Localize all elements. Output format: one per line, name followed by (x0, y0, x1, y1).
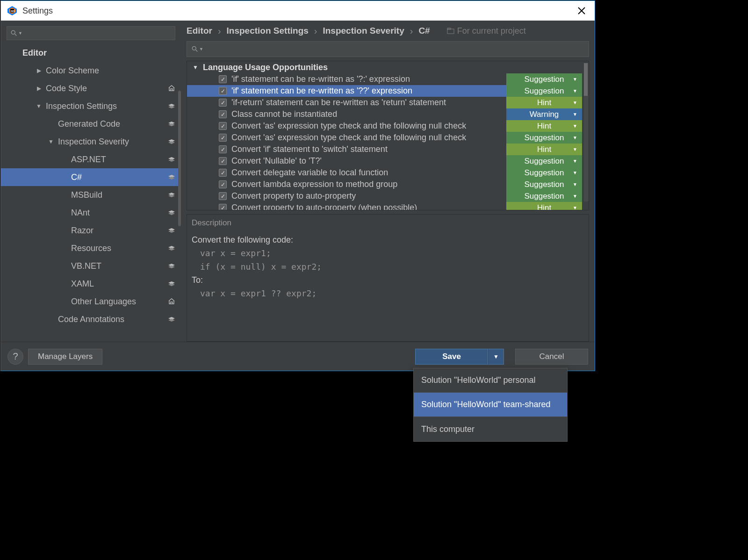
chevron-right-icon: › (312, 26, 319, 36)
tree-item-label: Generated Code (58, 119, 168, 129)
breadcrumb-seg[interactable]: Editor (187, 26, 212, 36)
tree-item-inspection-severity[interactable]: ▼Inspection Severity (1, 133, 181, 151)
svg-marker-9 (168, 106, 175, 108)
inspection-row[interactable]: ✓'if' statement can be re-written as '??… (187, 85, 589, 97)
severity-dropdown[interactable]: Suggestion▼ (506, 179, 582, 190)
tree-item-label: Code Style (46, 84, 168, 93)
inspection-checkbox[interactable]: ✓ (219, 75, 227, 83)
description-heading: Description (187, 215, 589, 230)
tree-item-asp-net[interactable]: ASP.NET (1, 151, 181, 168)
svg-marker-31 (168, 319, 175, 322)
severity-dropdown[interactable]: Suggestion▼ (506, 167, 582, 179)
inspection-row[interactable]: ✓Convert property to auto-propertySugges… (187, 190, 589, 202)
inspection-checkbox[interactable]: ✓ (219, 204, 227, 210)
search-icon (192, 46, 198, 52)
tree-item-code-annotations[interactable]: Code Annotations (1, 310, 181, 328)
cancel-button[interactable]: Cancel (515, 349, 588, 365)
breadcrumb-seg[interactable]: Inspection Settings (227, 26, 309, 36)
inspection-checkbox[interactable]: ✓ (219, 87, 227, 95)
tree-item-msbuild[interactable]: MSBuild (1, 186, 181, 204)
inspection-checkbox[interactable]: ✓ (219, 192, 227, 200)
inspection-row[interactable]: ✓Class cannot be instantiatedWarning▼ (187, 108, 589, 120)
inspection-row[interactable]: ✓Convert 'as' expression type check and … (187, 132, 589, 144)
house-icon (168, 84, 175, 93)
inspection-row[interactable]: ✓Convert delegate variable to local func… (187, 167, 589, 179)
inspection-checkbox[interactable]: ✓ (219, 99, 227, 107)
severity-dropdown[interactable]: Suggestion▼ (506, 190, 582, 202)
svg-marker-11 (168, 123, 175, 126)
layers-icon (168, 121, 175, 127)
chevron-icon: ▼ (48, 138, 54, 145)
tree-item-code-style[interactable]: ▶Code Style (1, 79, 181, 97)
svg-marker-25 (168, 248, 175, 251)
inspection-checkbox[interactable]: ✓ (219, 169, 227, 177)
tree-header-editor[interactable]: Editor (1, 44, 181, 62)
inspection-checkbox[interactable]: ✓ (219, 180, 227, 188)
chevron-down-icon: ▼ (18, 31, 22, 36)
inspection-list[interactable]: ▼ Language Usage Opportunities ✓'if' sta… (187, 61, 589, 210)
severity-dropdown[interactable]: Suggestion▼ (506, 155, 582, 167)
content-area: ▼ Editor ▶Color Scheme▶Code Style▼Inspec… (1, 21, 595, 342)
chevron-down-icon: ▼ (573, 147, 577, 152)
tree-item-label: Inspection Settings (46, 101, 168, 111)
inspection-scrollbar[interactable] (584, 63, 589, 201)
inspection-row[interactable]: ✓Convert property to auto-property (when… (187, 202, 589, 210)
inspection-row[interactable]: ✓Convert 'if' statement to 'switch' stat… (187, 144, 589, 155)
inspection-row[interactable]: ✓Convert 'Nullable' to 'T?'Suggestion▼ (187, 155, 589, 167)
layers-icon (168, 263, 175, 269)
tree-item-color-scheme[interactable]: ▶Color Scheme (1, 62, 181, 79)
severity-dropdown[interactable]: Warning▼ (506, 108, 582, 120)
inspection-row[interactable]: ✓'if' statement can be re-written as '?:… (187, 73, 589, 85)
tree-item-resources[interactable]: Resources (1, 239, 181, 257)
tree-item-nant[interactable]: NAnt (1, 204, 181, 222)
main-panel: Editor › Inspection Settings › Inspectio… (181, 21, 595, 342)
tree-item-label: C# (71, 172, 168, 182)
severity-dropdown[interactable]: Hint▼ (506, 97, 582, 108)
chevron-right-icon: › (408, 26, 415, 36)
chevron-down-icon: ▼ (573, 170, 577, 175)
inspection-row[interactable]: ✓Convert 'as' expression type check and … (187, 120, 589, 132)
tree-item-xaml[interactable]: XAML (1, 275, 181, 293)
tree-item-inspection-settings[interactable]: ▼Inspection Settings (1, 97, 181, 115)
manage-layers-button[interactable]: Manage Layers (28, 349, 102, 365)
svg-marker-29 (168, 283, 175, 286)
save-menu-item[interactable]: Solution "HelloWorld" personal (414, 368, 567, 393)
inspection-row[interactable]: ✓Convert lambda expression to method gro… (187, 179, 589, 190)
inspection-checkbox[interactable]: ✓ (219, 134, 227, 142)
tree-item-vb-net[interactable]: VB.NET (1, 257, 181, 275)
inspection-search-input[interactable]: ▼ (187, 41, 589, 57)
tree-item-c-[interactable]: C# (1, 168, 181, 186)
save-button[interactable]: Save (415, 349, 488, 365)
tree-item-label: XAML (71, 279, 168, 289)
breadcrumb-seg[interactable]: C# (418, 26, 430, 36)
search-icon (11, 30, 17, 36)
svg-line-7 (15, 34, 17, 36)
severity-dropdown[interactable]: Hint▼ (506, 144, 582, 155)
inspection-group[interactable]: ▼ Language Usage Opportunities (187, 61, 589, 73)
severity-dropdown[interactable]: Suggestion▼ (506, 132, 582, 144)
inspection-checkbox[interactable]: ✓ (219, 110, 227, 118)
svg-marker-23 (168, 230, 175, 233)
severity-dropdown[interactable]: Hint▼ (506, 202, 582, 210)
window-close-button[interactable] (577, 6, 586, 15)
settings-tree[interactable]: Editor ▶Color Scheme▶Code Style▼Inspecti… (1, 44, 181, 342)
save-dropdown-button[interactable]: ▼ (488, 349, 504, 365)
save-menu-item[interactable]: Solution "HelloWorld" team-shared (414, 393, 567, 417)
svg-marker-27 (168, 266, 175, 268)
sidebar-search-input[interactable]: ▼ (7, 26, 175, 40)
inspection-checkbox[interactable]: ✓ (219, 145, 227, 153)
inspection-checkbox[interactable]: ✓ (219, 157, 227, 165)
severity-dropdown[interactable]: Suggestion▼ (506, 73, 582, 85)
save-menu-item[interactable]: This computer (414, 417, 567, 441)
sidebar-scrollbar[interactable] (178, 91, 181, 226)
severity-dropdown[interactable]: Hint▼ (506, 120, 582, 132)
severity-dropdown[interactable]: Suggestion▼ (506, 85, 582, 97)
tree-item-razor[interactable]: Razor (1, 222, 181, 239)
inspection-row[interactable]: ✓'if-return' statement can be re-written… (187, 97, 589, 108)
help-button[interactable]: ? (7, 349, 23, 365)
breadcrumb-seg[interactable]: Inspection Severity (323, 26, 404, 36)
tree-item-other-languages[interactable]: Other Languages (1, 293, 181, 310)
sidebar: ▼ Editor ▶Color Scheme▶Code Style▼Inspec… (1, 21, 181, 342)
tree-item-generated-code[interactable]: Generated Code (1, 115, 181, 133)
inspection-checkbox[interactable]: ✓ (219, 122, 227, 130)
